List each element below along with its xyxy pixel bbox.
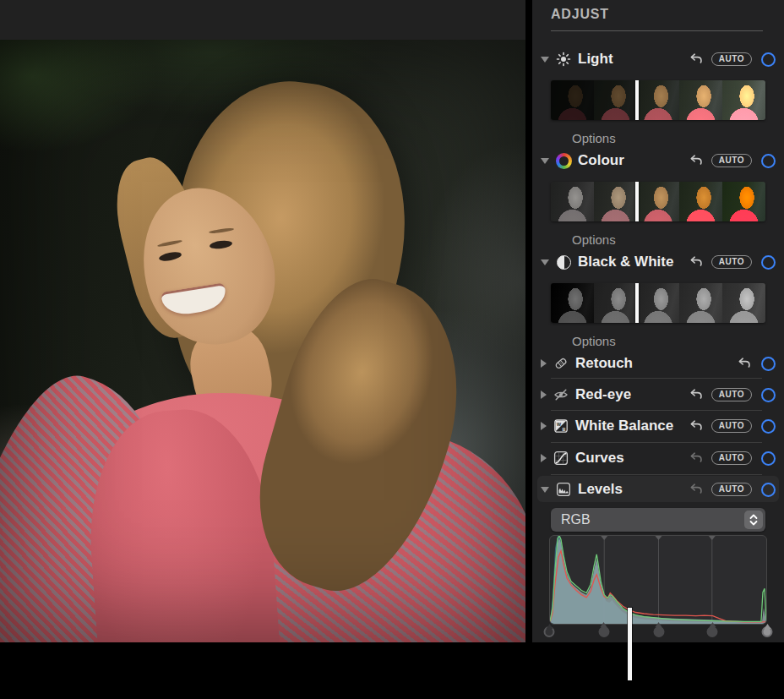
strip-thumbnail[interactable] [594,283,637,323]
section-header-white-balance[interactable]: WB White Balance AUTO [541,414,776,438]
auto-button[interactable]: AUTO [711,483,752,497]
levels-handle[interactable] [762,626,773,637]
section-label: Levels [578,481,623,498]
adjust-sidebar: ADJUST Light AUTO Options [532,0,784,642]
stepper-icon[interactable] [744,511,763,529]
enable-toggle[interactable] [761,357,776,371]
enable-toggle[interactable] [761,419,776,434]
auto-button[interactable]: AUTO [711,451,752,466]
colour-strip-slider[interactable] [551,182,765,221]
colour-options[interactable]: Options [559,231,616,248]
undo-icon[interactable] [689,418,704,434]
enable-toggle[interactable] [761,388,776,402]
strip-position-marker[interactable] [635,80,639,120]
strip-thumbnail[interactable] [722,80,765,120]
section-header-red-eye[interactable]: Red-eye AUTO [541,383,776,407]
photo-vignette [0,40,525,642]
undo-icon[interactable] [689,52,704,67]
auto-button[interactable]: AUTO [711,255,752,270]
black-white-options[interactable]: Options [559,332,616,349]
enable-toggle[interactable] [761,154,776,168]
section-label: Retouch [575,355,633,372]
eye-slash-icon [553,386,569,403]
enable-toggle[interactable] [761,255,776,270]
disclosure-right-icon[interactable] [541,390,547,399]
auto-button[interactable]: AUTO [711,419,752,434]
strip-thumbnail[interactable] [637,182,680,221]
white-balance-icon: WB [553,418,569,434]
row-divider [551,442,762,443]
strip-thumbnail[interactable] [679,283,722,323]
photos-window: ADJUST Light AUTO Options [0,0,784,699]
strip-thumbnail[interactable] [722,182,765,221]
row-divider [551,378,762,379]
levels-handle[interactable] [544,626,555,637]
disclosure-right-icon[interactable] [541,422,547,430]
options-label: Options [572,232,616,247]
strip-thumbnail[interactable] [637,283,680,323]
strip-thumbnail[interactable] [551,80,594,120]
levels-handle[interactable] [598,626,609,637]
disclosure-right-icon[interactable] [541,454,547,462]
levels-histogram[interactable] [549,535,767,625]
half-circle-icon [555,254,572,270]
disclosure-down-icon[interactable] [541,57,549,63]
svg-text:B: B [562,427,565,432]
enable-toggle[interactable] [761,52,776,67]
section-label: Black & White [578,254,673,270]
photo-canvas [0,40,525,642]
row-divider [551,410,762,411]
section-label: Light [578,51,613,68]
undo-icon[interactable] [737,356,752,371]
undo-icon[interactable] [689,451,704,466]
strip-thumbnail[interactable] [679,182,722,221]
strip-thumbnail[interactable] [637,80,680,120]
strip-thumbnail[interactable] [594,182,637,221]
channel-select[interactable]: RGB [551,508,765,532]
light-strip-slider[interactable] [551,80,765,120]
enable-toggle[interactable] [761,483,776,497]
auto-button[interactable]: AUTO [711,154,752,168]
section-header-colour[interactable]: Colour AUTO [541,149,776,172]
section-header-retouch[interactable]: Retouch [541,352,776,375]
strip-position-marker[interactable] [635,283,639,323]
top-bar [0,0,525,40]
levels-icon [555,481,572,498]
auto-button[interactable]: AUTO [711,52,752,67]
levels-handle[interactable] [707,626,718,637]
curves-icon [553,450,569,467]
title-divider [551,30,763,31]
strip-position-marker[interactable] [635,182,639,221]
section-header-levels[interactable]: Levels AUTO [541,478,776,501]
section-label: Red-eye [575,386,631,403]
light-options[interactable]: Options [559,129,616,146]
sun-icon [555,51,572,68]
disclosure-right-icon[interactable] [541,359,547,368]
histogram-chart [550,536,766,624]
sidebar-title: ADJUST [551,7,609,22]
options-label: Options [572,334,616,348]
disclosure-down-icon[interactable] [541,487,549,493]
undo-icon[interactable] [689,387,704,402]
levels-handle[interactable] [653,626,664,637]
strip-thumbnail[interactable] [679,80,722,120]
auto-button[interactable]: AUTO [711,388,752,402]
disclosure-down-icon[interactable] [541,259,549,265]
undo-icon[interactable] [689,153,704,168]
section-header-curves[interactable]: Curves AUTO [541,446,776,470]
section-header-black-white[interactable]: Black & White AUTO [541,250,776,274]
black-white-strip-slider[interactable] [551,283,765,323]
enable-toggle[interactable] [761,451,776,466]
undo-icon[interactable] [689,254,704,270]
row-divider [551,474,762,475]
bandage-icon [553,355,569,372]
strip-thumbnail[interactable] [594,80,637,120]
strip-thumbnail[interactable] [551,182,594,221]
levels-handles-row [549,623,767,638]
section-header-light[interactable]: Light AUTO [541,47,776,71]
section-label: Curves [575,450,624,467]
disclosure-down-icon[interactable] [541,158,549,164]
strip-thumbnail[interactable] [722,283,765,323]
strip-thumbnail[interactable] [551,283,594,323]
undo-icon[interactable] [689,482,704,497]
